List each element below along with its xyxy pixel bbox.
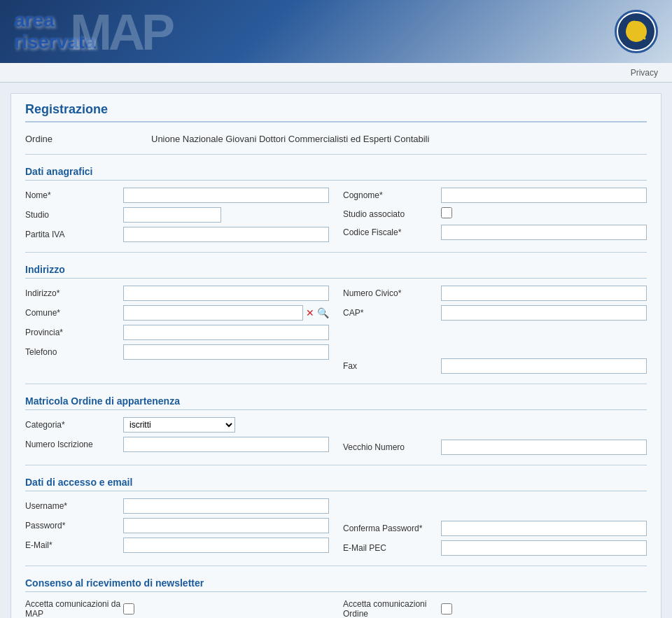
newsletter-left: Accetta comunicazioni da MAP — [25, 599, 329, 618]
password-input-wrap — [123, 518, 329, 533]
divider-5 — [25, 566, 647, 566]
email-label: E-Mail* — [25, 540, 123, 550]
svg-line-1 — [639, 33, 645, 38]
header: area riservata MAP — [0, 0, 672, 63]
categoria-select[interactable]: iscritti pensionati altri — [123, 417, 235, 433]
numero-civico-row: Numero Civico* — [343, 286, 647, 301]
cap-input[interactable] — [441, 305, 647, 321]
nome-input[interactable] — [123, 188, 329, 203]
codice-fiscale-row: Codice Fiscale* — [343, 225, 647, 240]
fax-input[interactable] — [441, 358, 647, 374]
vecchio-numero-input-wrap — [441, 440, 647, 455]
cognome-input[interactable] — [441, 188, 647, 203]
divider-1 — [25, 154, 647, 155]
comune-input[interactable] — [123, 305, 303, 321]
email-row: E-Mail* — [25, 538, 329, 553]
indirizzo-grid: Indirizzo* Comune* ✕ 🔍 Provincia* — [25, 286, 647, 378]
indirizzo-left: Indirizzo* Comune* ✕ 🔍 Provincia* — [25, 286, 329, 378]
studio-associato-label: Studio associato — [343, 209, 441, 219]
indirizzo-label: Indirizzo* — [25, 288, 123, 298]
provincia-input[interactable] — [123, 325, 329, 340]
ordine-row: Ordine Unione Nazionale Giovani Dottori … — [25, 131, 647, 147]
provincia-input-wrap — [123, 325, 329, 340]
accetta-map-checkbox[interactable] — [123, 603, 134, 615]
fax-input-wrap — [441, 358, 647, 374]
newsletter-grid: Accetta comunicazioni da MAP Accetta com… — [25, 599, 647, 618]
cognome-input-wrap — [441, 188, 647, 203]
accesso-right: Conferma Password* E-Mail PEC — [343, 498, 647, 560]
studio-input[interactable] — [123, 207, 221, 223]
comune-input-wrap: ✕ 🔍 — [123, 305, 329, 321]
conferma-password-row: Conferma Password* — [343, 521, 647, 536]
categoria-select-wrap: iscritti pensionati altri — [123, 417, 329, 433]
cap-input-wrap — [441, 305, 647, 321]
codice-fiscale-label: Codice Fiscale* — [343, 227, 441, 237]
password-input[interactable] — [123, 518, 329, 533]
accetta-map-row: Accetta comunicazioni da MAP — [25, 599, 329, 618]
section-title-newsletter: Consenso al ricevimento di newsletter — [25, 573, 647, 592]
username-row: Username* — [25, 498, 329, 514]
indirizzo-input[interactable] — [123, 286, 329, 301]
comune-row: Comune* ✕ 🔍 — [25, 305, 329, 321]
codice-fiscale-input[interactable] — [441, 225, 647, 240]
studio-row: Studio — [25, 207, 329, 223]
matricola-left: Categoria* iscritti pensionati altri Num… — [25, 417, 329, 459]
conferma-password-label: Conferma Password* — [343, 524, 441, 533]
comune-label: Comune* — [25, 308, 123, 318]
username-input[interactable] — [123, 498, 329, 514]
telefono-input-wrap — [123, 344, 329, 360]
logo-circle-inner — [618, 13, 654, 50]
numero-iscrizione-input[interactable] — [123, 437, 329, 452]
telefono-input[interactable] — [123, 344, 329, 360]
matricola-grid: Categoria* iscritti pensionati altri Num… — [25, 417, 647, 459]
numero-civico-label: Numero Civico* — [343, 288, 441, 298]
indirizzo-input-wrap — [123, 286, 329, 301]
categoria-label: Categoria* — [25, 420, 123, 430]
telefono-label: Telefono — [25, 347, 123, 357]
studio-associato-row: Studio associato — [343, 207, 647, 220]
privacy-link[interactable]: Privacy — [631, 68, 658, 78]
studio-associato-checkbox[interactable] — [441, 207, 452, 218]
comune-search-icon[interactable]: 🔍 — [317, 307, 329, 318]
indirizzo-row: Indirizzo* — [25, 286, 329, 301]
page-title: Registrazione — [25, 102, 647, 122]
cognome-label: Cognome* — [343, 190, 441, 200]
numero-iscrizione-row: Numero Iscrizione — [25, 437, 329, 452]
logo-text-line2: riservata — [14, 31, 96, 53]
numero-iscrizione-input-wrap — [123, 437, 329, 452]
accetta-ordine-checkbox[interactable] — [441, 603, 452, 615]
logo-text-line1: area — [14, 10, 96, 31]
email-input[interactable] — [123, 538, 329, 553]
logo-circle — [615, 10, 658, 53]
numero-civico-input[interactable] — [441, 286, 647, 301]
comune-clear-icon[interactable]: ✕ — [306, 307, 314, 318]
section-title-dati-anagrafici: Dati anagrafici — [25, 162, 647, 181]
indirizzo-right: Numero Civico* CAP* Fax — [343, 286, 647, 378]
accesso-left: Username* Password* E-Mail* — [25, 498, 329, 560]
studio-input-wrap — [123, 207, 329, 223]
newsletter-right: Accetta comunicazioni Ordine — [343, 599, 647, 618]
studio-associato-checkbox-wrap — [441, 207, 647, 220]
nome-input-wrap — [123, 188, 329, 203]
section-title-indirizzo: Indirizzo — [25, 260, 647, 279]
password-label: Password* — [25, 521, 123, 531]
matricola-right: Vecchio Numero — [343, 417, 647, 459]
section-title-matricola: Matricola Ordine di appartenenza — [25, 391, 647, 410]
username-label: Username* — [25, 501, 123, 511]
studio-label: Studio — [25, 210, 123, 220]
provincia-row: Provincia* — [25, 325, 329, 340]
logo-area: area riservata — [14, 10, 96, 53]
partita-iva-input[interactable] — [123, 227, 329, 242]
partita-iva-input-wrap — [123, 227, 329, 242]
vecchio-numero-row: Vecchio Numero — [343, 440, 647, 455]
nome-row: Nome* — [25, 188, 329, 203]
main-content: Registrazione Ordine Unione Nazionale Gi… — [0, 83, 672, 618]
email-pec-input[interactable] — [441, 540, 647, 556]
accetta-map-label: Accetta comunicazioni da MAP — [25, 599, 123, 618]
vecchio-numero-input[interactable] — [441, 440, 647, 455]
conferma-password-input[interactable] — [441, 521, 647, 536]
provincia-label: Provincia* — [25, 328, 123, 337]
dati-anagrafici-left: Nome* Studio Partita IVA — [25, 188, 329, 246]
cap-row: CAP* — [343, 305, 647, 321]
divider-3 — [25, 384, 647, 384]
